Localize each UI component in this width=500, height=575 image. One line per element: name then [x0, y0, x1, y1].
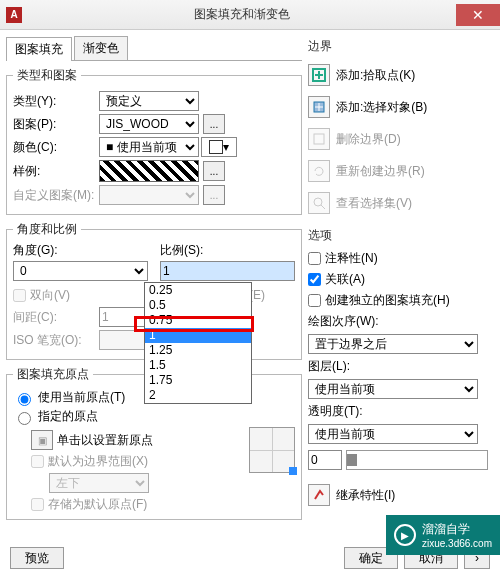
transparency-num-input[interactable] [308, 450, 342, 470]
iso-label: ISO 笔宽(O): [13, 332, 95, 349]
annotative-checkbox[interactable] [308, 252, 321, 265]
add-select-icon[interactable] [308, 96, 330, 118]
type-label: 类型(Y): [13, 93, 95, 110]
preview-button[interactable]: 预览 [10, 547, 64, 569]
add-select-label[interactable]: 添加:选择对象(B) [336, 99, 488, 116]
sample-label: 样例: [13, 163, 95, 180]
type-select[interactable]: 预定义 [99, 91, 199, 111]
annotative-label: 注释性(N) [325, 250, 378, 267]
add-pick-label[interactable]: 添加:拾取点(K) [336, 67, 488, 84]
color-select[interactable]: ■ 使用当前项 [99, 137, 199, 157]
svg-line-8 [321, 205, 325, 209]
scale-dropdown-list[interactable]: 0.250.50.7511.251.51.752 [144, 282, 252, 404]
hatch-preview[interactable] [99, 160, 199, 182]
view-selection-icon [308, 192, 330, 214]
boundary-title: 边界 [308, 38, 488, 55]
options-title: 选项 [308, 227, 488, 244]
independent-checkbox[interactable] [308, 294, 321, 307]
legend-type-pattern: 类型和图案 [13, 67, 81, 84]
watermark-play-icon: ▶ [394, 524, 416, 546]
svg-rect-6 [314, 134, 324, 144]
scale-option[interactable]: 2 [145, 388, 251, 403]
custom-pattern-label: 自定义图案(M): [13, 187, 95, 204]
layer-select[interactable]: 使用当前项 [308, 379, 478, 399]
store-default-label: 存储为默认原点(F) [48, 496, 147, 513]
independent-label: 创建独立的图案填充(H) [325, 292, 450, 309]
scale-option[interactable]: 1 [145, 328, 251, 343]
associative-label: 关联(A) [325, 271, 365, 288]
scale-option[interactable]: 0.75 [145, 313, 251, 328]
origin-specified-label: 指定的原点 [38, 408, 98, 425]
scale-label: 比例(S): [160, 242, 295, 259]
double-label: 双向(V) [30, 287, 70, 304]
angle-label: 角度(G): [13, 242, 148, 259]
pattern-browse-button[interactable]: ... [203, 114, 225, 134]
recreate-boundary-label: 重新创建边界(R) [336, 163, 488, 180]
window-title: 图案填充和渐变色 [28, 6, 456, 23]
draw-order-select[interactable]: 置于边界之后 [308, 334, 478, 354]
associative-checkbox[interactable] [308, 273, 321, 286]
transparency-label: 透明度(T): [308, 403, 488, 420]
default-bounds-label: 默认为边界范围(X) [48, 453, 148, 470]
watermark-url: zixue.3d66.com [422, 538, 492, 549]
watermark: ▶ 溜溜自学 zixue.3d66.com [386, 515, 500, 555]
scale-option[interactable]: 1.75 [145, 373, 251, 388]
origin-current-radio[interactable] [18, 393, 31, 406]
watermark-name: 溜溜自学 [422, 522, 470, 536]
view-selection-label: 查看选择集(V) [336, 195, 488, 212]
angle-select[interactable]: 0 [13, 261, 148, 281]
custom-pattern-select [99, 185, 199, 205]
scale-option[interactable]: 0.5 [145, 298, 251, 313]
recreate-boundary-icon [308, 160, 330, 182]
default-bounds-checkbox [31, 455, 44, 468]
tab-bar: 图案填充 渐变色 [6, 36, 302, 61]
store-default-checkbox [31, 498, 44, 511]
set-origin-button: ▣ [31, 430, 53, 450]
slider-thumb-icon [347, 454, 357, 466]
transparency-select[interactable]: 使用当前项 [308, 424, 478, 444]
svg-point-7 [314, 198, 322, 206]
tab-hatch[interactable]: 图案填充 [6, 37, 72, 61]
corner-select: 左下 [49, 473, 149, 493]
set-origin-label: 单击以设置新原点 [57, 432, 153, 449]
origin-specified-radio[interactable] [18, 412, 31, 425]
scale-input[interactable] [160, 261, 295, 281]
draw-order-label: 绘图次序(W): [308, 313, 488, 330]
scale-option[interactable]: 1.5 [145, 358, 251, 373]
scale-option[interactable]: 0.25 [145, 283, 251, 298]
remove-boundary-label: 删除边界(D) [336, 131, 488, 148]
legend-angle-scale: 角度和比例 [13, 221, 81, 238]
origin-current-label: 使用当前原点(T) [38, 389, 125, 406]
app-icon: A [6, 7, 22, 23]
add-pick-icon[interactable] [308, 64, 330, 86]
pattern-label: 图案(P): [13, 116, 95, 133]
color-label: 颜色(C): [13, 139, 95, 156]
close-button[interactable]: ✕ [456, 4, 500, 26]
scale-option[interactable]: 1.25 [145, 343, 251, 358]
inherit-icon[interactable] [308, 484, 330, 506]
tab-gradient[interactable]: 渐变色 [74, 36, 128, 60]
transparency-slider[interactable] [346, 450, 488, 470]
origin-preview [249, 427, 295, 473]
group-type-pattern: 类型和图案 类型(Y): 预定义 图案(P): JIS_WOOD ... 颜色(… [6, 67, 302, 215]
sample-browse-button[interactable]: ... [203, 161, 225, 181]
layer-label: 图层(L): [308, 358, 488, 375]
spacing-label: 间距(C): [13, 309, 95, 326]
custom-browse-button: ... [203, 185, 225, 205]
remove-boundary-icon [308, 128, 330, 150]
swatch-icon [209, 140, 223, 154]
color-swatch-button[interactable]: ▾ [201, 137, 237, 157]
pattern-select[interactable]: JIS_WOOD [99, 114, 199, 134]
inherit-label[interactable]: 继承特性(I) [336, 487, 488, 504]
double-checkbox [13, 289, 26, 302]
legend-origin: 图案填充原点 [13, 366, 93, 383]
